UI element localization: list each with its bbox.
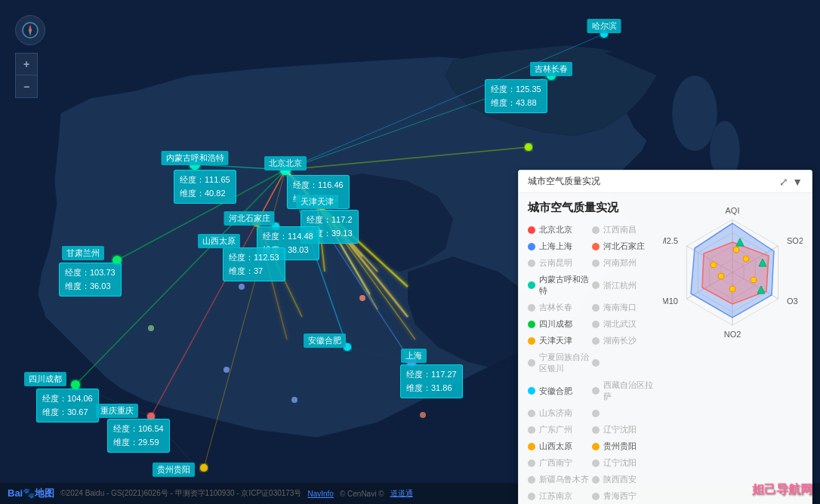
legend-item[interactable]: 宁夏回族自治区银川 — [528, 350, 592, 376]
radar-chart-section: AQI SO2 O3 NO2 PM10 PM2.5 — [663, 201, 803, 504]
svg-point-53 — [200, 464, 208, 472]
legend-item[interactable]: 广西南宁 — [528, 456, 592, 470]
svg-point-59 — [223, 367, 230, 373]
legend-item[interactable]: 安徽合肥 — [528, 378, 592, 404]
city-label-chongqing: 重庆重庆 — [96, 404, 138, 418]
svg-point-58 — [420, 412, 426, 418]
city-coords-changchun: 经度：125.35 维度：43.88 — [485, 79, 547, 113]
legend-item[interactable]: 上海上海 — [528, 239, 592, 254]
svg-text:O3: O3 — [787, 297, 798, 306]
panel-header: 城市空气质量实况 ⤢ ▼ — [519, 171, 812, 193]
city-coords-chongqing: 经度：106.54 维度：29.59 — [107, 419, 170, 453]
svg-point-57 — [291, 397, 297, 403]
legend-item[interactable]: 四川成都 — [528, 317, 592, 331]
panel-body: 城市空气质量实况 北京北京 江西南昌 上海上海 — [519, 193, 812, 504]
city-coords-chengdu: 经度：104.06 维度：30.67 — [36, 389, 99, 423]
svg-point-54 — [359, 295, 365, 301]
city-label-guiyang: 贵州贵阳 — [153, 463, 195, 477]
svg-text:PM10: PM10 — [663, 297, 678, 306]
legend-item[interactable]: 云南昆明 — [528, 256, 592, 270]
map-credits-2: © CenNavi © — [340, 490, 384, 498]
svg-text:NO2: NO2 — [724, 330, 741, 339]
panel-header-title: 城市空气质量实况 — [528, 175, 600, 188]
legend-item[interactable]: 江苏南京 — [528, 489, 592, 503]
legend-item[interactable]: 江西南昌 — [592, 223, 656, 237]
svg-line-20 — [285, 147, 529, 170]
legend-item[interactable]: 内蒙古呼和浩特 — [528, 272, 592, 298]
legend-item[interactable]: 吉林长春 — [528, 300, 592, 315]
dropdown-icon[interactable]: ▼ — [792, 176, 803, 188]
map-credits: ©2024 Baidu - GS(2021)6026号 - 甲测资字110093… — [60, 488, 301, 499]
legend-item[interactable]: 广东广州 — [528, 423, 592, 437]
svg-point-75 — [751, 277, 757, 283]
panel-header-buttons: ⤢ ▼ — [779, 176, 803, 188]
baidu-logo: Bai🐾地图 — [8, 487, 54, 500]
svg-point-79 — [743, 256, 749, 262]
city-coords-lanzhou: 经度：103.73 维度：36.03 — [59, 263, 122, 297]
legend-item[interactable]: 山西太原 — [528, 439, 592, 453]
legend-item[interactable]: 青海西宁 — [592, 489, 656, 503]
air-quality-panel: 城市空气质量实况 ⤢ ▼ 城市空气质量实况 北京北京 江西南昌 — [518, 170, 812, 504]
compass-control[interactable] — [15, 15, 45, 45]
svg-line-18 — [285, 34, 604, 170]
legend-grid: 北京北京 江西南昌 上海上海 河北石家庄 — [528, 223, 655, 504]
city-coords-taiyuan: 经度：112.53 维度：37 — [223, 247, 285, 281]
legend-item[interactable] — [592, 350, 656, 376]
city-label-tianjin: 天津天津 — [296, 195, 338, 209]
svg-point-74 — [733, 247, 739, 253]
legend-item[interactable]: 新疆乌鲁木齐 — [528, 472, 592, 487]
city-label-changchun: 吉林长春 — [530, 62, 572, 76]
city-coords-neimenggu: 经度：111.65 维度：40.82 — [174, 170, 236, 204]
svg-point-55 — [239, 284, 245, 290]
city-label-chengdu: 四川成都 — [24, 372, 66, 386]
svg-point-77 — [729, 286, 735, 292]
expand-icon[interactable]: ⤢ — [779, 176, 788, 188]
svg-point-78 — [711, 262, 717, 268]
legend-section: 城市空气质量实况 北京北京 江西南昌 上海上海 — [528, 201, 655, 504]
legend-item[interactable]: 河北石家庄 — [592, 239, 656, 254]
legend-item[interactable]: 辽宁沈阳 — [592, 456, 656, 470]
svg-point-61 — [29, 29, 32, 32]
city-label-neimenggu: 内蒙古呼和浩特 — [162, 151, 229, 165]
legend-item[interactable]: 辽宁沈阳 — [592, 423, 656, 437]
legend-item[interactable]: 陕西西安 — [592, 472, 656, 487]
legend-item[interactable]: 山东济南 — [528, 406, 592, 420]
zoom-out-button[interactable]: − — [15, 75, 38, 98]
city-label-hefei: 安徽合肥 — [304, 333, 346, 348]
legend-item[interactable]: 天津天津 — [528, 333, 592, 348]
navinfo-link[interactable]: NavInfo — [307, 490, 333, 498]
legend-item[interactable]: 西藏自治区拉萨 — [592, 378, 656, 404]
legend-item[interactable] — [592, 406, 656, 420]
legend-item[interactable]: 海南海口 — [592, 300, 656, 315]
watermark: 妲己导航网 — [752, 482, 812, 498]
city-label-hebei: 河北石家庄 — [224, 211, 275, 226]
svg-line-28 — [151, 170, 285, 416]
panel-title: 城市空气质量实况 — [528, 201, 655, 215]
zoom-controls: + − — [15, 53, 45, 98]
legend-item[interactable]: 贵州贵阳 — [592, 439, 656, 453]
city-label-shanghai: 上海 — [401, 349, 427, 363]
legend-item[interactable]: 河南郑州 — [592, 256, 656, 270]
svg-text:SO2: SO2 — [787, 236, 803, 245]
svg-text:AQI: AQI — [726, 206, 740, 215]
map-navigation: + − — [15, 15, 45, 98]
city-coords-shanghai: 经度：117.27 维度：31.86 — [400, 364, 463, 398]
legend-dot-beijing — [528, 226, 535, 234]
zoom-in-button[interactable]: + — [15, 53, 38, 75]
svg-point-76 — [718, 273, 724, 279]
radar-grid: AQI SO2 O3 NO2 PM10 PM2.5 — [663, 206, 803, 339]
city-label-lanzhou: 甘肃兰州 — [62, 246, 104, 260]
svg-point-42 — [525, 143, 532, 151]
legend-item[interactable]: 湖北武汉 — [592, 317, 656, 331]
legend-item[interactable]: 北京北京 — [528, 223, 592, 237]
legend-item[interactable]: 湖南长沙 — [592, 333, 656, 348]
svg-point-56 — [148, 325, 154, 331]
svg-text:PM2.5: PM2.5 — [663, 236, 678, 245]
legend-item[interactable]: 浙江杭州 — [592, 272, 656, 298]
map-container: 哈尔滨 吉林长春 经度：125.35 维度：43.88 内蒙古呼和浩特 经度：1… — [0, 0, 820, 504]
daodaotong-link[interactable]: 道道通 — [390, 488, 413, 499]
city-label-harbin: 哈尔滨 — [587, 19, 621, 33]
city-label-taiyuan: 山西太原 — [198, 234, 240, 248]
city-label-beijing: 北京北京 — [264, 156, 307, 171]
radar-chart: AQI SO2 O3 NO2 PM10 PM2.5 — [663, 201, 803, 340]
